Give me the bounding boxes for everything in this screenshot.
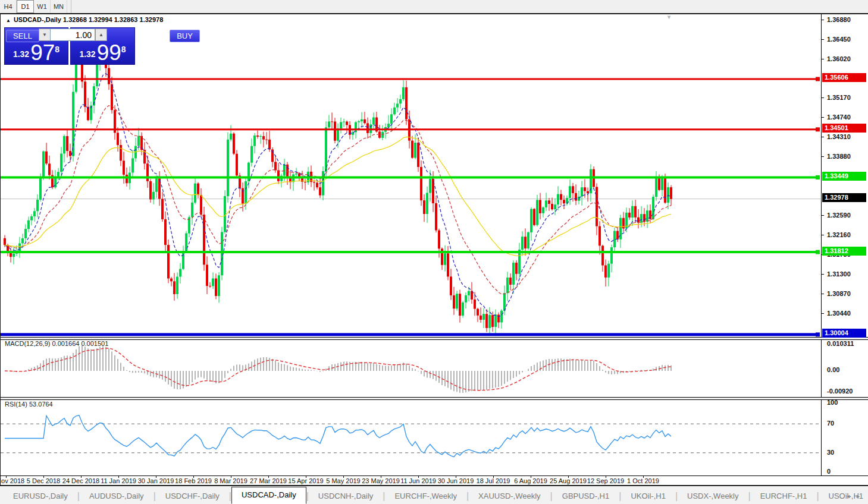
timeframe-button-mn[interactable]: MN: [51, 0, 67, 13]
price-tick-label: 1.32590: [827, 211, 851, 219]
timeframe-toolbar: H4D1W1MN: [0, 0, 868, 14]
buy-price-big: 99: [97, 42, 121, 64]
chart-title: ▲USDCAD-,Daily 1.32868 1.32994 1.32863 1…: [6, 16, 163, 23]
price-tick-mark: [821, 215, 824, 216]
chart-tab-usdcnh[interactable]: USDCNH-,Daily: [309, 490, 383, 504]
tab-scroll-right-icon[interactable]: ►: [856, 493, 866, 499]
sell-price-prefix: 1.32: [13, 49, 29, 59]
rsi-axis-label: 30: [827, 448, 834, 456]
price-tick-mark: [821, 117, 824, 118]
timeframe-button-w1[interactable]: W1: [34, 0, 51, 13]
window-bottom-border: [0, 485, 868, 486]
current-price-label: 1.32978: [822, 193, 866, 202]
price-tick-label: 1.36020: [827, 55, 851, 63]
level-price-label: 1.34501: [822, 124, 866, 133]
macd-value: 0.001664: [52, 340, 79, 347]
chart-tab-eurchf[interactable]: EURCHF-,H1: [751, 490, 817, 504]
macd-indicator-label: MACD(12,26,9) 0.001664 0.001501: [5, 340, 108, 347]
volume-decrease-button[interactable]: ▼: [39, 29, 51, 41]
price-tick-label: 1.36880: [827, 15, 851, 24]
tab-scroll-left-icon[interactable]: ◄: [845, 493, 856, 499]
price-tick-mark: [821, 137, 824, 137]
rsi-value: 53.0764: [29, 401, 53, 408]
volume-increase-button[interactable]: ▲: [95, 29, 107, 41]
buy-price-prefix: 1.32: [79, 49, 95, 59]
pane-splitter-macd[interactable]: [1, 337, 868, 340]
rsi-indicator-label: RSI(14) 53.0764: [5, 401, 53, 408]
price-tick-label: 1.33880: [827, 152, 851, 160]
rsi-canvas[interactable]: [1, 400, 822, 477]
chart-tab-usdchf[interactable]: USDCHF-,Daily: [156, 490, 229, 504]
price-tick-mark: [821, 235, 824, 235]
price-tick-label: 1.36450: [827, 35, 851, 43]
price-tick-label: 1.30870: [827, 289, 851, 298]
price-tick-mark: [821, 97, 824, 98]
pane-splitter-rsi[interactable]: [1, 397, 868, 400]
macd-axis-label: 0.00: [827, 366, 839, 374]
buy-price: 1.32 99 8: [71, 42, 134, 63]
level-price-label: 1.31812: [822, 247, 866, 256]
price-tick-label: 1.32160: [827, 231, 851, 239]
timeframe-button-h4[interactable]: H4: [0, 0, 17, 13]
chart-window: [0, 13, 868, 486]
symbol-period-label: USDCAD-,Daily: [14, 16, 61, 23]
level-price-label: 1.35606: [822, 73, 866, 82]
price-tick-mark: [821, 313, 824, 314]
chevron-up-icon: ▲: [99, 32, 104, 37]
macd-name: MACD(12,26,9): [5, 340, 50, 347]
buy-button[interactable]: BUY: [170, 30, 200, 42]
price-tick-label: 1.34310: [827, 133, 851, 141]
trading-terminal-window: H4D1W1MN 1.368801.364501.360201.351701.3…: [0, 0, 868, 504]
chart-tab-usdx[interactable]: USDX-,Weekly: [678, 490, 748, 504]
chart-tab-ukoil[interactable]: UKOil-,H1: [621, 490, 675, 504]
price-tick-mark: [821, 39, 824, 40]
toolbar-separator: [67, 0, 71, 13]
ohlc-values: 1.32868 1.32994 1.32863 1.32978: [63, 16, 163, 23]
price-tick-mark: [821, 294, 824, 294]
macd-axis-label: 0.010311: [827, 339, 854, 348]
sell-price: 1.32 97 8: [5, 42, 68, 63]
collapse-arrow-icon[interactable]: ▲: [6, 18, 11, 23]
rsi-axis-label: 0: [827, 467, 831, 475]
price-tick-mark: [821, 20, 824, 20]
price-tick-mark: [821, 59, 824, 59]
price-tick-label: 1.30440: [827, 309, 851, 317]
chart-tab-audusd[interactable]: AUDUSD-,Daily: [80, 490, 153, 504]
chart-tab-gbpusd[interactable]: GBPUSD-,H1: [553, 490, 619, 504]
price-tick-mark: [821, 156, 824, 157]
sell-price-sup: 8: [55, 45, 59, 54]
level-price-label: 1.30004: [822, 329, 866, 338]
timeframe-button-d1[interactable]: D1: [17, 0, 34, 13]
chart-tab-usdcad[interactable]: USDCAD-,Daily: [231, 487, 306, 504]
chart-tabs-bar: EURUSD-,Daily|AUDUSD-,Daily|USDCHF-,Dail…: [0, 486, 868, 504]
tab-scroll-arrows[interactable]: ◄►: [845, 493, 866, 499]
price-tick-mark: [821, 274, 824, 275]
macd-canvas[interactable]: [1, 340, 822, 397]
time-axis-line: [0, 475, 868, 476]
macd-axis-label: -0.00920: [827, 387, 853, 395]
price-tick-label: 1.31300: [827, 270, 851, 278]
macd-signal-value: 0.001501: [81, 340, 108, 347]
volume-input[interactable]: [50, 29, 95, 41]
buy-price-sup: 8: [121, 45, 126, 54]
date-tick-label: 1 Oct 2019: [616, 477, 670, 484]
chart-tab-xauusd[interactable]: XAUUSD-,Weekly: [469, 490, 550, 504]
time-axis[interactable]: 16 Nov 20185 Dec 201824 Dec 201811 Jan 2…: [0, 477, 821, 486]
chart-tab-eurchf[interactable]: EURCHF-,Weekly: [385, 490, 466, 504]
one-click-trading-panel: SELL 1.32 97 8 BUY 1.32 99 8 ▼ ▲: [4, 26, 135, 65]
rsi-axis-label: 70: [827, 419, 834, 427]
level-price-label: 1.33449: [822, 172, 866, 181]
sell-price-big: 97: [30, 42, 55, 64]
price-tick-label: 1.34740: [827, 113, 851, 121]
chart-shift-marker-icon[interactable]: ▼: [666, 14, 672, 20]
chart-tab-eurusd[interactable]: EURUSD-,Daily: [4, 490, 77, 504]
rsi-name: RSI(14): [5, 401, 27, 408]
chevron-down-icon: ▼: [42, 32, 47, 37]
price-tick-label: 1.35170: [827, 93, 851, 102]
